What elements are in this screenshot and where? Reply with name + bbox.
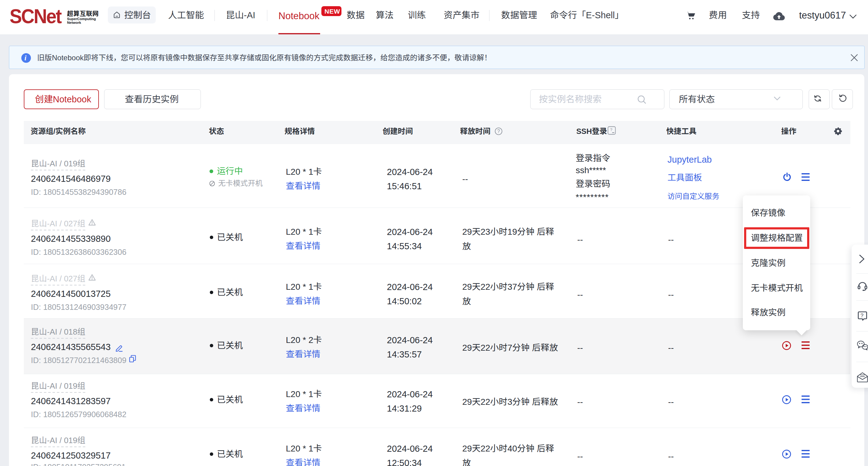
svg-text:?: ? (497, 128, 500, 134)
svg-text:?: ? (610, 127, 612, 132)
svg-text:?: ? (861, 312, 864, 319)
